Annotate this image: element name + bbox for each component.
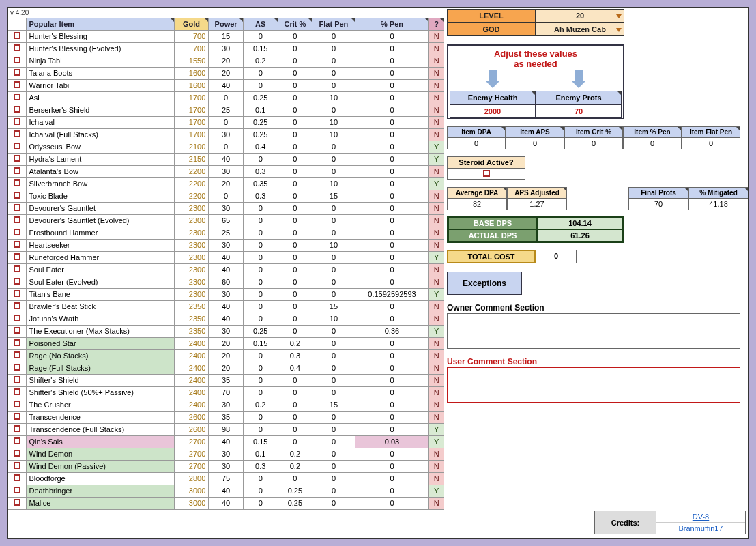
item-checkbox[interactable] bbox=[14, 487, 20, 493]
power-header[interactable]: Power bbox=[209, 18, 244, 31]
item-name[interactable]: Soul Eater bbox=[26, 264, 174, 276]
item-name[interactable]: Jotunn's Wrath bbox=[26, 313, 174, 326]
item-checkbox[interactable] bbox=[14, 57, 20, 63]
item-name[interactable]: Atalanta's Bow bbox=[26, 166, 174, 178]
credit-link-2[interactable]: Branmuffin17 bbox=[656, 523, 745, 534]
item-name[interactable]: Hydra's Lament bbox=[26, 154, 174, 166]
item-checkbox[interactable] bbox=[14, 425, 20, 432]
item-checkbox[interactable] bbox=[14, 155, 20, 162]
item-checkbox[interactable] bbox=[14, 413, 20, 420]
as-header[interactable]: AS bbox=[243, 18, 278, 31]
item-name[interactable]: Berserker's Shield bbox=[26, 104, 174, 117]
item-checkbox[interactable] bbox=[14, 81, 20, 88]
item-name[interactable]: Malice bbox=[26, 498, 174, 510]
item-checkbox[interactable] bbox=[14, 216, 20, 223]
item-checkbox[interactable] bbox=[14, 253, 20, 260]
item-name[interactable]: Runeforged Hammer bbox=[26, 252, 174, 264]
item-checkbox[interactable] bbox=[14, 192, 20, 199]
item-name[interactable]: Brawler's Beat Stick bbox=[26, 301, 174, 313]
enemy-prots-input[interactable]: 70 bbox=[536, 104, 622, 118]
item-name[interactable]: Hunter's Blessing (Evolved) bbox=[26, 43, 174, 55]
item-checkbox[interactable] bbox=[14, 339, 20, 346]
item-name[interactable]: Soul Eater (Evolved) bbox=[26, 276, 174, 289]
item-checkbox[interactable] bbox=[14, 229, 20, 235]
item-checkbox[interactable] bbox=[14, 388, 20, 395]
item-checkbox[interactable] bbox=[14, 179, 20, 186]
crit-header[interactable]: Crit % bbox=[278, 18, 312, 31]
item-name[interactable]: Warrior Tabi bbox=[26, 80, 174, 92]
item-checkbox[interactable] bbox=[14, 499, 20, 506]
item-checkbox[interactable] bbox=[14, 265, 20, 272]
item-name[interactable]: Wind Demon bbox=[26, 448, 174, 461]
item-name[interactable]: Odysseus' Bow bbox=[26, 141, 174, 154]
item-pctpen-input[interactable]: 0 bbox=[624, 138, 681, 149]
item-checkbox[interactable] bbox=[14, 69, 20, 76]
item-dpa-input[interactable]: 0 bbox=[448, 138, 505, 149]
item-checkbox[interactable] bbox=[14, 143, 20, 149]
item-checkbox[interactable] bbox=[14, 106, 20, 113]
item-flatpen-input[interactable]: 0 bbox=[682, 138, 740, 149]
steroid-checkbox[interactable] bbox=[483, 170, 490, 177]
item-name[interactable]: Hunter's Blessing bbox=[26, 31, 174, 43]
item-name[interactable]: Poisoned Star bbox=[26, 338, 174, 350]
item-checkbox[interactable] bbox=[14, 32, 20, 39]
item-name[interactable]: Bloodforge bbox=[26, 473, 174, 485]
item-name[interactable]: Toxic Blade bbox=[26, 190, 174, 203]
enemy-health-input[interactable]: 2000 bbox=[450, 104, 536, 118]
item-checkbox[interactable] bbox=[14, 462, 20, 469]
item-name[interactable]: Rage (No Stacks) bbox=[26, 350, 174, 362]
item-name[interactable]: Shifter's Shield bbox=[26, 375, 174, 387]
item-checkbox[interactable] bbox=[14, 302, 20, 309]
level-dropdown[interactable]: 20 bbox=[536, 9, 624, 23]
item-checkbox[interactable] bbox=[14, 315, 20, 321]
item-name[interactable]: Devourer's Gauntlet bbox=[26, 203, 174, 215]
item-name[interactable]: Shifter's Shield (50%+ Passive) bbox=[26, 387, 174, 399]
item-name[interactable]: Transcendence (Full Stacks) bbox=[26, 424, 174, 436]
item-checkbox[interactable] bbox=[14, 437, 20, 444]
item-checkbox[interactable] bbox=[14, 130, 20, 137]
item-name[interactable]: Wind Demon (Passive) bbox=[26, 461, 174, 473]
item-checkbox[interactable] bbox=[14, 290, 20, 297]
item-checkbox[interactable] bbox=[14, 401, 20, 407]
item-name[interactable]: Ninja Tabi bbox=[26, 55, 174, 68]
gold-header[interactable]: Gold bbox=[174, 18, 209, 31]
item-checkbox[interactable] bbox=[14, 241, 20, 248]
exceptions-button[interactable]: Exceptions bbox=[447, 272, 522, 295]
item-name[interactable]: Talaria Boots bbox=[26, 68, 174, 80]
item-checkbox[interactable] bbox=[14, 376, 20, 383]
item-checkbox[interactable] bbox=[14, 450, 20, 457]
item-name[interactable]: Titan's Bane bbox=[26, 289, 174, 301]
item-name[interactable]: Heartseeker bbox=[26, 240, 174, 252]
item-checkbox[interactable] bbox=[14, 94, 20, 100]
item-name[interactable]: Frostbound Hammer bbox=[26, 227, 174, 240]
credit-link-1[interactable]: DV-8 bbox=[656, 511, 745, 523]
item-crit-input[interactable]: 0 bbox=[565, 138, 622, 149]
item-name[interactable]: Asi bbox=[26, 92, 174, 104]
item-checkbox[interactable] bbox=[14, 474, 20, 481]
flatpen-header[interactable]: Flat Pen bbox=[312, 18, 355, 31]
q-header[interactable]: ? bbox=[429, 18, 444, 31]
item-aps-input[interactable]: 0 bbox=[506, 138, 564, 149]
item-name[interactable]: Deathbringer bbox=[26, 485, 174, 498]
item-name[interactable]: Ichaival bbox=[26, 117, 174, 129]
item-checkbox[interactable] bbox=[14, 278, 20, 285]
item-name[interactable]: Devourer's Gauntlet (Evolved) bbox=[26, 215, 174, 227]
item-checkbox[interactable] bbox=[14, 118, 20, 125]
item-name[interactable]: The Crusher bbox=[26, 399, 174, 412]
god-dropdown[interactable]: Ah Muzen Cab bbox=[536, 23, 624, 36]
item-header[interactable]: Popular Item bbox=[26, 18, 174, 31]
user-comment-box[interactable] bbox=[447, 367, 740, 403]
item-name[interactable]: The Executioner (Max Stacks) bbox=[26, 326, 174, 338]
item-checkbox[interactable] bbox=[14, 351, 20, 358]
item-name[interactable]: Rage (Full Stacks) bbox=[26, 362, 174, 375]
item-checkbox[interactable] bbox=[14, 204, 20, 211]
item-checkbox[interactable] bbox=[14, 327, 20, 334]
item-name[interactable]: Ichaival (Full Stacks) bbox=[26, 129, 174, 141]
item-name[interactable]: Silverbranch Bow bbox=[26, 178, 174, 190]
item-checkbox[interactable] bbox=[14, 44, 20, 51]
item-name[interactable]: Qin's Sais bbox=[26, 436, 174, 448]
item-checkbox[interactable] bbox=[14, 364, 20, 371]
item-checkbox[interactable] bbox=[14, 167, 20, 174]
pctpen-header[interactable]: % Pen bbox=[355, 18, 429, 31]
item-name[interactable]: Transcendence bbox=[26, 412, 174, 424]
